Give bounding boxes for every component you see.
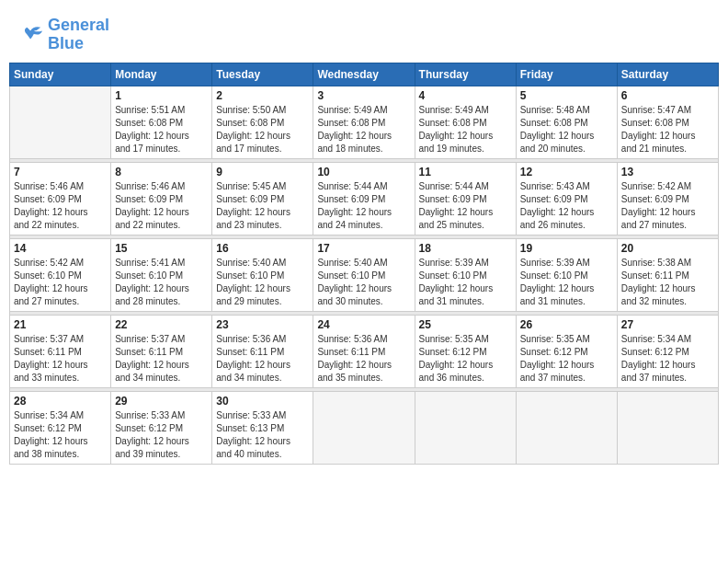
calendar-table: SundayMondayTuesdayWednesdayThursdayFrid… [9,63,719,465]
day-info: Sunrise: 5:37 AM Sunset: 6:11 PM Dayligh… [115,333,208,385]
calendar-week-3: 14Sunrise: 5:42 AM Sunset: 6:10 PM Dayli… [10,238,719,311]
day-number: 3 [317,89,410,102]
day-number: 24 [317,318,410,331]
day-number: 12 [520,166,613,178]
day-number: 25 [419,318,512,331]
day-info: Sunrise: 5:50 AM Sunset: 6:08 PM Dayligh… [216,104,309,155]
calendar-week-1: 1Sunrise: 5:51 AM Sunset: 6:08 PM Daylig… [10,86,719,158]
day-info: Sunrise: 5:40 AM Sunset: 6:10 PM Dayligh… [317,257,410,308]
day-info: Sunrise: 5:51 AM Sunset: 6:08 PM Dayligh… [115,104,208,155]
calendar-cell: 17Sunrise: 5:40 AM Sunset: 6:10 PM Dayli… [313,238,415,311]
calendar-cell: 22Sunrise: 5:37 AM Sunset: 6:11 PM Dayli… [111,315,212,387]
day-number: 10 [317,166,410,178]
day-info: Sunrise: 5:46 AM Sunset: 6:09 PM Dayligh… [14,180,107,232]
calendar-week-5: 28Sunrise: 5:34 AM Sunset: 6:12 PM Dayli… [10,391,719,464]
day-number: 30 [216,395,309,408]
weekday-header-friday: Friday [516,63,617,86]
calendar-cell [415,391,516,464]
calendar-cell: 16Sunrise: 5:40 AM Sunset: 6:10 PM Dayli… [212,238,313,311]
weekday-header-thursday: Thursday [415,63,516,86]
calendar-cell [516,391,617,464]
day-info: Sunrise: 5:42 AM Sunset: 6:09 PM Dayligh… [621,180,714,232]
calendar-cell [10,86,111,158]
day-info: Sunrise: 5:37 AM Sunset: 6:11 PM Dayligh… [14,333,107,385]
calendar-cell [313,391,415,464]
day-info: Sunrise: 5:39 AM Sunset: 6:10 PM Dayligh… [419,257,512,308]
day-number: 22 [115,318,208,331]
day-number: 7 [14,166,107,178]
calendar-cell: 6Sunrise: 5:47 AM Sunset: 6:08 PM Daylig… [617,86,718,158]
calendar-cell: 1Sunrise: 5:51 AM Sunset: 6:08 PM Daylig… [111,86,212,158]
calendar-cell: 13Sunrise: 5:42 AM Sunset: 6:09 PM Dayli… [617,162,718,235]
day-number: 5 [520,89,613,102]
day-info: Sunrise: 5:33 AM Sunset: 6:13 PM Dayligh… [216,409,309,461]
day-info: Sunrise: 5:33 AM Sunset: 6:12 PM Dayligh… [115,409,208,461]
logo: General Blue [18,17,109,53]
calendar-cell: 20Sunrise: 5:38 AM Sunset: 6:11 PM Dayli… [617,238,718,311]
calendar-cell [617,391,718,464]
day-info: Sunrise: 5:47 AM Sunset: 6:08 PM Dayligh… [621,104,714,155]
day-number: 14 [14,242,107,255]
calendar-week-2: 7Sunrise: 5:46 AM Sunset: 6:09 PM Daylig… [10,162,719,235]
day-number: 28 [14,395,107,408]
calendar-cell: 19Sunrise: 5:39 AM Sunset: 6:10 PM Dayli… [516,238,617,311]
calendar-cell: 18Sunrise: 5:39 AM Sunset: 6:10 PM Dayli… [415,238,516,311]
day-number: 27 [621,318,714,331]
day-number: 19 [520,242,613,255]
calendar-cell: 30Sunrise: 5:33 AM Sunset: 6:13 PM Dayli… [212,391,313,464]
day-number: 1 [115,89,208,102]
calendar-cell: 24Sunrise: 5:36 AM Sunset: 6:11 PM Dayli… [313,315,415,387]
day-number: 21 [14,318,107,331]
day-info: Sunrise: 5:36 AM Sunset: 6:11 PM Dayligh… [216,333,309,385]
calendar-week-4: 21Sunrise: 5:37 AM Sunset: 6:11 PM Dayli… [10,315,719,387]
logo-icon [18,24,44,46]
day-info: Sunrise: 5:49 AM Sunset: 6:08 PM Dayligh… [317,104,410,155]
calendar-cell: 3Sunrise: 5:49 AM Sunset: 6:08 PM Daylig… [313,86,415,158]
calendar-cell: 21Sunrise: 5:37 AM Sunset: 6:11 PM Dayli… [10,315,111,387]
day-number: 23 [216,318,309,331]
day-info: Sunrise: 5:35 AM Sunset: 6:12 PM Dayligh… [520,333,613,385]
weekday-header-sunday: Sunday [10,63,111,86]
day-info: Sunrise: 5:39 AM Sunset: 6:10 PM Dayligh… [520,257,613,308]
day-number: 13 [621,166,714,178]
calendar-cell: 10Sunrise: 5:44 AM Sunset: 6:09 PM Dayli… [313,162,415,235]
day-number: 2 [216,89,309,102]
calendar-header-row: SundayMondayTuesdayWednesdayThursdayFrid… [10,63,719,86]
day-info: Sunrise: 5:38 AM Sunset: 6:11 PM Dayligh… [621,257,714,308]
day-info: Sunrise: 5:48 AM Sunset: 6:08 PM Dayligh… [520,104,613,155]
calendar-cell: 27Sunrise: 5:34 AM Sunset: 6:12 PM Dayli… [617,315,718,387]
day-info: Sunrise: 5:44 AM Sunset: 6:09 PM Dayligh… [419,180,512,232]
day-number: 15 [115,242,208,255]
day-number: 29 [115,395,208,408]
calendar-cell: 12Sunrise: 5:43 AM Sunset: 6:09 PM Dayli… [516,162,617,235]
calendar-cell: 7Sunrise: 5:46 AM Sunset: 6:09 PM Daylig… [10,162,111,235]
calendar-cell: 29Sunrise: 5:33 AM Sunset: 6:12 PM Dayli… [111,391,212,464]
day-number: 6 [621,89,714,102]
logo-text: General Blue [48,17,109,53]
day-info: Sunrise: 5:34 AM Sunset: 6:12 PM Dayligh… [621,333,714,385]
day-info: Sunrise: 5:34 AM Sunset: 6:12 PM Dayligh… [14,409,107,461]
calendar-cell: 9Sunrise: 5:45 AM Sunset: 6:09 PM Daylig… [212,162,313,235]
calendar-cell: 15Sunrise: 5:41 AM Sunset: 6:10 PM Dayli… [111,238,212,311]
calendar-body: 1Sunrise: 5:51 AM Sunset: 6:08 PM Daylig… [10,86,719,464]
day-number: 4 [419,89,512,102]
day-info: Sunrise: 5:46 AM Sunset: 6:09 PM Dayligh… [115,180,208,232]
calendar-cell: 2Sunrise: 5:50 AM Sunset: 6:08 PM Daylig… [212,86,313,158]
weekday-header-wednesday: Wednesday [313,63,415,86]
day-number: 20 [621,242,714,255]
calendar-cell: 11Sunrise: 5:44 AM Sunset: 6:09 PM Dayli… [415,162,516,235]
day-number: 8 [115,166,208,178]
day-info: Sunrise: 5:41 AM Sunset: 6:10 PM Dayligh… [115,257,208,308]
page-header: General Blue [9,9,719,57]
day-number: 26 [520,318,613,331]
day-info: Sunrise: 5:35 AM Sunset: 6:12 PM Dayligh… [419,333,512,385]
weekday-header-monday: Monday [111,63,212,86]
calendar-cell: 5Sunrise: 5:48 AM Sunset: 6:08 PM Daylig… [516,86,617,158]
day-number: 11 [419,166,512,178]
calendar-cell: 4Sunrise: 5:49 AM Sunset: 6:08 PM Daylig… [415,86,516,158]
day-number: 18 [419,242,512,255]
day-info: Sunrise: 5:45 AM Sunset: 6:09 PM Dayligh… [216,180,309,232]
day-info: Sunrise: 5:43 AM Sunset: 6:09 PM Dayligh… [520,180,613,232]
day-number: 9 [216,166,309,178]
calendar-cell: 8Sunrise: 5:46 AM Sunset: 6:09 PM Daylig… [111,162,212,235]
